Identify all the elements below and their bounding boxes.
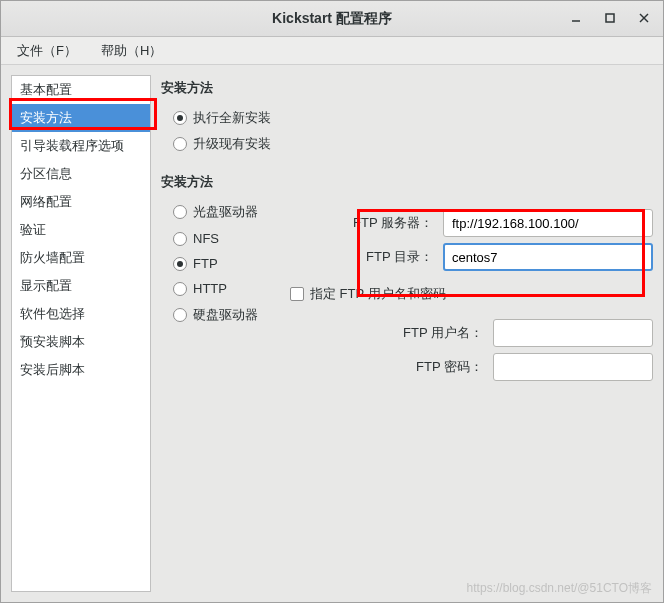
radio-ftp[interactable]	[173, 257, 187, 271]
radio-row-ftp[interactable]: FTP	[161, 252, 270, 275]
sidebar-item-network[interactable]: 网络配置	[12, 188, 150, 216]
window-controls	[565, 7, 655, 29]
content-area: 基本配置 安装方法 引导装载程序选项 分区信息 网络配置 验证 防火墙配置 显示…	[1, 65, 663, 602]
radio-ftp-label: FTP	[193, 256, 218, 271]
radio-upgrade-install[interactable]	[173, 137, 187, 151]
ftp-user-label: FTP 用户名：	[403, 324, 483, 342]
sidebar-item-packages[interactable]: 软件包选择	[12, 300, 150, 328]
maximize-button[interactable]	[599, 7, 621, 29]
radio-upgrade-label: 升级现有安装	[193, 135, 271, 153]
radio-fresh-label: 执行全新安装	[193, 109, 271, 127]
ftp-pass-input[interactable]	[493, 353, 653, 381]
radio-hdd-label: 硬盘驱动器	[193, 306, 258, 324]
close-button[interactable]	[633, 7, 655, 29]
svg-rect-1	[606, 14, 614, 22]
menu-file[interactable]: 文件（F）	[9, 38, 85, 64]
radio-http[interactable]	[173, 282, 187, 296]
radio-cdrom[interactable]	[173, 205, 187, 219]
checkbox-ftp-auth[interactable]	[290, 287, 304, 301]
field-row-ftp-user: FTP 用户名：	[290, 319, 653, 347]
field-row-ftp-server: FTP 服务器：	[290, 209, 653, 237]
radio-nfs[interactable]	[173, 232, 187, 246]
app-window: Kickstart 配置程序 文件（F） 帮助（H） 基本配置 安装方法 引导装…	[0, 0, 664, 603]
radio-row-nfs[interactable]: NFS	[161, 227, 270, 250]
method-block: 光盘驱动器 NFS FTP HTTP	[161, 199, 653, 387]
radio-row-http[interactable]: HTTP	[161, 277, 270, 300]
section-title-method: 安装方法	[161, 173, 653, 191]
watermark: https://blog.csdn.net/@51CTO博客	[467, 580, 652, 597]
titlebar: Kickstart 配置程序	[1, 1, 663, 37]
radio-row-cdrom[interactable]: 光盘驱动器	[161, 199, 270, 225]
sidebar-item-display[interactable]: 显示配置	[12, 272, 150, 300]
sidebar-item-pre-script[interactable]: 预安装脚本	[12, 328, 150, 356]
radio-row-hdd[interactable]: 硬盘驱动器	[161, 302, 270, 328]
radio-row-upgrade[interactable]: 升级现有安装	[161, 131, 653, 157]
section-title-install-type: 安装方法	[161, 79, 653, 97]
ftp-pass-label: FTP 密码：	[416, 358, 483, 376]
ftp-server-label: FTP 服务器：	[353, 214, 433, 232]
sidebar-item-bootloader[interactable]: 引导装载程序选项	[12, 132, 150, 160]
ftp-fields: FTP 服务器： FTP 目录： 指定 FTP 用户名和密码 FTP 用户名：	[290, 199, 653, 387]
sidebar-item-post-script[interactable]: 安装后脚本	[12, 356, 150, 384]
field-row-ftp-dir: FTP 目录：	[290, 243, 653, 271]
radio-cdrom-label: 光盘驱动器	[193, 203, 258, 221]
minimize-button[interactable]	[565, 7, 587, 29]
menu-help[interactable]: 帮助（H）	[93, 38, 170, 64]
main-panel: 安装方法 执行全新安装 升级现有安装 安装方法 光盘驱动器 N	[161, 75, 653, 592]
sidebar-item-firewall[interactable]: 防火墙配置	[12, 244, 150, 272]
sidebar-item-partition[interactable]: 分区信息	[12, 160, 150, 188]
field-row-ftp-pass: FTP 密码：	[290, 353, 653, 381]
radio-http-label: HTTP	[193, 281, 227, 296]
ftp-dir-input[interactable]	[443, 243, 653, 271]
sidebar-item-basic[interactable]: 基本配置	[12, 76, 150, 104]
radio-row-fresh[interactable]: 执行全新安装	[161, 105, 653, 131]
radio-hdd[interactable]	[173, 308, 187, 322]
window-title: Kickstart 配置程序	[272, 10, 392, 28]
check-row-ftp-auth[interactable]: 指定 FTP 用户名和密码	[290, 277, 653, 313]
radio-nfs-label: NFS	[193, 231, 219, 246]
radio-fresh-install[interactable]	[173, 111, 187, 125]
ftp-server-input[interactable]	[443, 209, 653, 237]
sidebar-item-auth[interactable]: 验证	[12, 216, 150, 244]
sidebar-item-install-method[interactable]: 安装方法	[12, 104, 150, 132]
method-radio-group: 光盘驱动器 NFS FTP HTTP	[161, 199, 270, 387]
checkbox-ftp-auth-label: 指定 FTP 用户名和密码	[310, 285, 446, 303]
ftp-dir-label: FTP 目录：	[366, 248, 433, 266]
ftp-user-input[interactable]	[493, 319, 653, 347]
sidebar: 基本配置 安装方法 引导装载程序选项 分区信息 网络配置 验证 防火墙配置 显示…	[11, 75, 151, 592]
menubar: 文件（F） 帮助（H）	[1, 37, 663, 65]
